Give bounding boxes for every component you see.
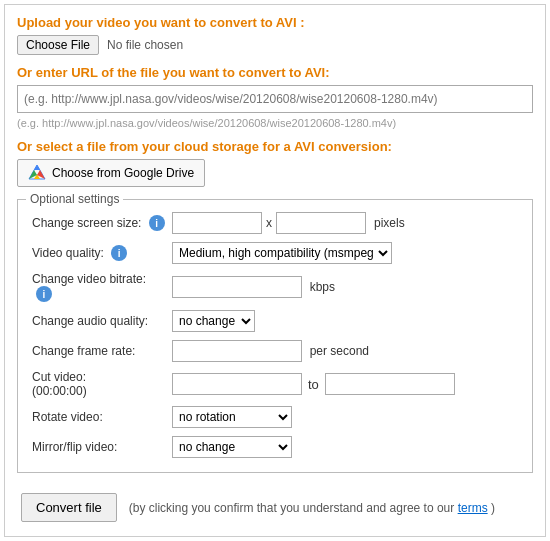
audio-quality-select[interactable]: no change low medium high (172, 310, 255, 332)
screen-size-row: Change screen size: i x pixels (30, 208, 520, 238)
frame-rate-input[interactable] (172, 340, 302, 362)
bitrate-info-icon[interactable]: i (36, 286, 52, 302)
audio-quality-row: Change audio quality: no change low medi… (30, 306, 520, 336)
cut-video-to: to (308, 377, 319, 392)
cut-video-end-input[interactable] (325, 373, 455, 395)
bitrate-row: Change video bitrate: i kbps (30, 268, 520, 306)
bitrate-label: Change video bitrate: i (30, 268, 170, 306)
rotate-cell: no rotation 90° 180° 270° (170, 402, 520, 432)
video-quality-cell: Medium, high compatibility (msmpeg) Low … (170, 238, 520, 268)
mirror-row: Mirror/flip video: no change horizontal … (30, 432, 520, 462)
terms-link[interactable]: terms (458, 501, 488, 515)
video-quality-row: Video quality: i Medium, high compatibil… (30, 238, 520, 268)
cut-video-cell: to (170, 366, 520, 402)
optional-settings-box: Optional settings Change screen size: i … (17, 199, 533, 473)
cut-video-row: Cut video: (00:00:00) to (30, 366, 520, 402)
rotate-label: Rotate video: (30, 402, 170, 432)
mirror-label: Mirror/flip video: (30, 432, 170, 462)
upload-title: Upload your video you want to convert to… (17, 15, 533, 30)
rotate-select[interactable]: no rotation 90° 180° 270° (172, 406, 292, 428)
google-drive-button[interactable]: Choose from Google Drive (17, 159, 205, 187)
url-placeholder: (e.g. http://www.jpl.nasa.gov/videos/wis… (17, 117, 533, 129)
url-input[interactable] (17, 85, 533, 113)
bitrate-units: kbps (310, 280, 335, 294)
frame-rate-row: Change frame rate: per second (30, 336, 520, 366)
google-drive-row: Choose from Google Drive (17, 159, 533, 187)
frame-rate-label: Change frame rate: (30, 336, 170, 366)
terms-text: (by clicking you confirm that you unders… (129, 501, 495, 515)
mirror-cell: no change horizontal vertical (170, 432, 520, 462)
video-quality-info-icon[interactable]: i (111, 245, 127, 261)
screen-size-info-icon[interactable]: i (149, 215, 165, 231)
audio-quality-cell: no change low medium high (170, 306, 520, 336)
footer-bar: Convert file (by clicking you confirm th… (17, 485, 533, 526)
audio-quality-label: Change audio quality: (30, 306, 170, 336)
rotate-row: Rotate video: no rotation 90° 180° 270° (30, 402, 520, 432)
convert-button[interactable]: Convert file (21, 493, 117, 522)
main-container: Upload your video you want to convert to… (4, 4, 546, 537)
video-quality-label: Video quality: i (30, 238, 170, 268)
x-separator: x (266, 216, 272, 230)
mirror-select[interactable]: no change horizontal vertical (172, 436, 292, 458)
cut-video-start-input[interactable] (172, 373, 302, 395)
screen-width-input[interactable] (172, 212, 262, 234)
svg-marker-4 (34, 165, 40, 170)
file-upload-row: Choose File No file chosen (17, 35, 533, 55)
choose-file-button[interactable]: Choose File (17, 35, 99, 55)
cut-video-label: Cut video: (00:00:00) (30, 366, 170, 402)
google-drive-icon (28, 164, 46, 182)
bitrate-input[interactable] (172, 276, 302, 298)
bitrate-cell: kbps (170, 268, 520, 306)
url-title: Or enter URL of the file you want to con… (17, 65, 533, 80)
screen-size-label: Change screen size: i (30, 208, 170, 238)
screen-height-input[interactable] (276, 212, 366, 234)
frame-rate-units: per second (310, 344, 369, 358)
video-quality-select[interactable]: Medium, high compatibility (msmpeg) Low … (172, 242, 392, 264)
optional-settings-legend: Optional settings (26, 192, 123, 206)
screen-size-inputs: x pixels (170, 208, 520, 238)
gdrive-btn-label: Choose from Google Drive (52, 166, 194, 180)
frame-rate-cell: per second (170, 336, 520, 366)
screen-size-units: pixels (374, 216, 405, 230)
no-file-text: No file chosen (107, 38, 183, 52)
gdrive-title: Or select a file from your cloud storage… (17, 139, 533, 154)
settings-table: Change screen size: i x pixels (30, 208, 520, 462)
